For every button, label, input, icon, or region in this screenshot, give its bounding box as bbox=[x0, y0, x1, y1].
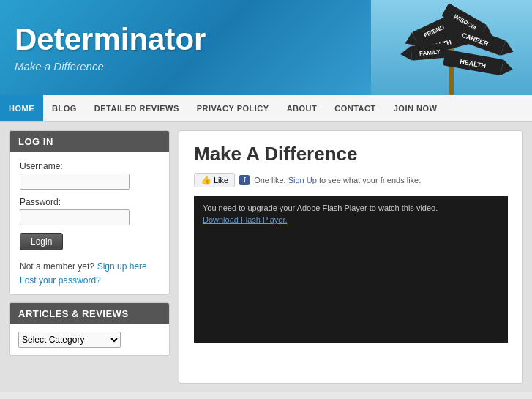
forgot-row: Lost your password? bbox=[20, 275, 159, 286]
thumbs-up-icon: 👍 bbox=[201, 175, 211, 185]
login-widget: LOG IN Username: Password: Login Not a m… bbox=[9, 130, 170, 295]
username-label: Username: bbox=[20, 161, 159, 171]
main-nav: HOME BLOG DETAILED REVIEWS PRIVACY POLIC… bbox=[0, 95, 532, 122]
password-label: Password: bbox=[20, 197, 159, 207]
download-flash-link[interactable]: Download Flash Player. bbox=[203, 215, 499, 224]
signpost-svg: WEALTH CAREER HEALTH FA bbox=[371, 0, 532, 95]
nav-item-contact[interactable]: CONTACT bbox=[326, 95, 384, 121]
nav-item-detailed-reviews[interactable]: DETAILED REVIEWS bbox=[86, 95, 188, 121]
main-layout: LOG IN Username: Password: Login Not a m… bbox=[0, 122, 532, 392]
articles-widget-body: Select Category bbox=[10, 324, 169, 355]
like-label: Like bbox=[214, 176, 228, 184]
like-button[interactable]: 👍 Like bbox=[194, 173, 235, 187]
lost-password-link[interactable]: Lost your password? bbox=[20, 275, 101, 286]
category-select[interactable]: Select Category bbox=[18, 332, 121, 348]
site-title: Determinator bbox=[15, 23, 206, 56]
login-button-row: Login bbox=[20, 233, 159, 256]
signup-link[interactable]: Sign up here bbox=[97, 261, 147, 272]
login-button[interactable]: Login bbox=[20, 233, 63, 250]
flash-upgrade-text: You need to upgrade your Adobe Flash Pla… bbox=[203, 204, 499, 212]
site-header: Determinator Make a Difference bbox=[0, 0, 532, 95]
like-count: One like. bbox=[254, 176, 285, 184]
nav-item-home[interactable]: HOME bbox=[0, 95, 43, 121]
site-tagline: Make a Difference bbox=[15, 60, 206, 72]
like-suffix: to see what your friends like. bbox=[319, 176, 421, 184]
nav-item-privacy-policy[interactable]: PRIVACY POLICY bbox=[188, 95, 278, 121]
signup-fb-link[interactable]: Sign Up bbox=[288, 176, 317, 184]
facebook-icon: f bbox=[239, 175, 250, 185]
username-input[interactable] bbox=[20, 174, 130, 190]
articles-widget: ARTICLES & REVIEWS Select Category bbox=[9, 302, 170, 356]
nav-item-join-now[interactable]: JOIN NOW bbox=[385, 95, 446, 121]
signpost-graphic: WEALTH CAREER HEALTH FA bbox=[371, 0, 532, 95]
login-widget-title: LOG IN bbox=[10, 131, 169, 152]
like-bar: 👍 Like f One like. Sign Up to see what y… bbox=[194, 173, 508, 187]
articles-widget-title: ARTICLES & REVIEWS bbox=[10, 303, 169, 324]
main-content: Make A Difference 👍 Like f One like. Sig… bbox=[179, 130, 523, 384]
signup-row: Not a member yet? Sign up here bbox=[20, 261, 159, 272]
category-select-row: Select Category bbox=[18, 332, 160, 348]
header-text-block: Determinator Make a Difference bbox=[15, 23, 206, 72]
password-row: Password: bbox=[20, 197, 159, 225]
nav-item-about[interactable]: ABOUT bbox=[278, 95, 326, 121]
username-row: Username: bbox=[20, 161, 159, 190]
video-player: You need to upgrade your Adobe Flash Pla… bbox=[194, 196, 508, 343]
page-title: Make A Difference bbox=[194, 143, 508, 165]
login-widget-body: Username: Password: Login Not a member y… bbox=[10, 152, 169, 294]
like-info: One like. Sign Up to see what your frien… bbox=[254, 176, 421, 184]
nav-item-blog[interactable]: BLOG bbox=[43, 95, 86, 121]
sidebar: LOG IN Username: Password: Login Not a m… bbox=[9, 130, 170, 384]
header-signpost-image: WEALTH CAREER HEALTH FA bbox=[371, 0, 532, 95]
password-input[interactable] bbox=[20, 209, 130, 225]
not-member-text: Not a member yet? bbox=[20, 261, 94, 272]
